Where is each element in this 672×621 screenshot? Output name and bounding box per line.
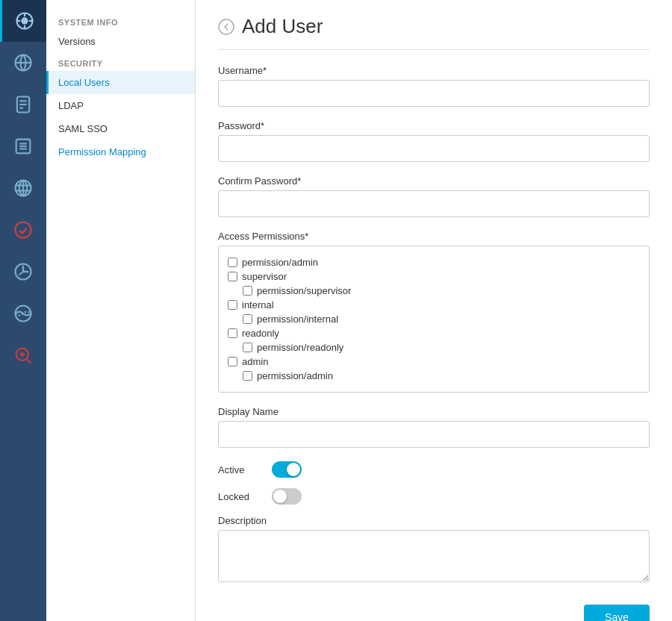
nav-permission-mapping[interactable]: Permission Mapping: [46, 140, 195, 163]
active-toggle[interactable]: [272, 461, 302, 478]
locked-toggle-row: Locked: [218, 488, 650, 505]
perm-row-admin-bot: admin: [228, 355, 640, 369]
sidebar: [0, 0, 46, 621]
username-label: Username*: [218, 65, 650, 76]
username-group: Username*: [218, 65, 650, 107]
page-title: Add User: [242, 15, 323, 38]
perm-label-supervisor-sub: permission/supervisor: [257, 285, 351, 296]
display-name-group: Display Name: [218, 406, 650, 448]
perm-checkbox-readonly-sub[interactable]: [243, 343, 252, 352]
perm-checkbox-admin-bot[interactable]: [228, 357, 237, 366]
perm-row-admin-top: permission/admin: [228, 255, 640, 269]
perm-label-internal-sub: permission/internal: [257, 313, 338, 325]
perm-label-readonly: readonly: [242, 328, 279, 339]
access-permissions-label: Access Permissions*: [218, 231, 650, 242]
username-input[interactable]: [218, 80, 650, 107]
perm-label-admin-bot-sub: permission/admin: [257, 370, 333, 381]
password-input[interactable]: [218, 135, 650, 162]
svg-point-27: [219, 19, 234, 34]
perm-row-internal-sub: permission/internal: [243, 312, 640, 326]
perm-label-internal: internal: [242, 299, 274, 310]
nav-saml-sso[interactable]: SAML SSO: [46, 117, 195, 140]
nav-ldap[interactable]: LDAP: [46, 94, 195, 117]
nav-versions[interactable]: Versions: [46, 30, 195, 53]
perm-row-supervisor: supervisor: [228, 269, 640, 284]
description-label: Description: [218, 515, 650, 526]
sidebar-icon-home[interactable]: [0, 0, 46, 42]
main-content: Add User Username* Password* Confirm Pas…: [196, 0, 672, 621]
perm-label-supervisor: supervisor: [242, 271, 287, 282]
form-actions: Save: [218, 599, 650, 614]
locked-knob: [273, 490, 287, 503]
sidebar-icon-network[interactable]: [0, 167, 46, 209]
active-toggle-row: Active: [218, 461, 650, 478]
system-info-title: SYSTEM INFO: [46, 12, 195, 30]
perm-row-supervisor-sub: permission/supervisor: [243, 284, 640, 298]
sidebar-icon-document[interactable]: [0, 84, 46, 125]
page-header: Add User: [218, 15, 650, 50]
sidebar-icon-circle[interactable]: [0, 209, 46, 251]
svg-point-1: [21, 17, 28, 24]
access-permissions-group: Access Permissions* permission/admin sup…: [218, 231, 650, 393]
description-input[interactable]: [218, 530, 650, 582]
perm-label-admin-top: permission/admin: [242, 257, 318, 268]
save-button[interactable]: Save: [584, 605, 650, 621]
locked-label: Locked: [218, 491, 263, 502]
perm-row-internal: internal: [228, 298, 640, 312]
nav-panel: SYSTEM INFO Versions SECURITY Local User…: [46, 0, 196, 621]
password-label: Password*: [218, 120, 650, 131]
perm-checkbox-internal[interactable]: [228, 300, 237, 310]
svg-line-24: [27, 359, 31, 363]
perm-row-admin-bot-sub: permission/admin: [243, 369, 640, 383]
perm-label-admin-bot: admin: [242, 356, 268, 367]
sidebar-icon-search[interactable]: [0, 334, 46, 376]
confirm-password-input[interactable]: [218, 190, 650, 217]
back-button[interactable]: [218, 19, 234, 35]
sidebar-icon-chart[interactable]: [0, 251, 46, 293]
security-title: SECURITY: [46, 53, 195, 71]
display-name-label: Display Name: [218, 406, 650, 417]
active-slider: [272, 461, 302, 478]
perm-checkbox-supervisor-sub[interactable]: [243, 286, 252, 296]
perm-checkbox-admin-top[interactable]: [228, 258, 237, 267]
perm-checkbox-admin-bot-sub[interactable]: [243, 371, 252, 381]
description-group: Description: [218, 515, 650, 585]
sidebar-icon-globe[interactable]: [0, 42, 46, 84]
perm-checkbox-readonly[interactable]: [228, 328, 237, 338]
locked-slider: [272, 488, 302, 505]
display-name-input[interactable]: [218, 421, 650, 448]
sidebar-icon-list[interactable]: [0, 125, 46, 167]
active-knob: [287, 463, 300, 476]
perm-label-readonly-sub: permission/readonly: [257, 342, 343, 353]
perm-checkbox-supervisor[interactable]: [228, 272, 237, 281]
password-group: Password*: [218, 120, 650, 162]
confirm-password-label: Confirm Password*: [218, 175, 650, 187]
confirm-password-group: Confirm Password*: [218, 175, 650, 217]
nav-local-users[interactable]: Local Users: [46, 71, 195, 94]
sidebar-icon-globe2[interactable]: [0, 293, 46, 334]
active-label: Active: [218, 464, 263, 475]
perm-row-readonly: readonly: [228, 326, 640, 340]
perm-checkbox-internal-sub[interactable]: [243, 314, 252, 324]
locked-toggle[interactable]: [272, 488, 302, 505]
svg-point-20: [16, 222, 31, 238]
perm-row-readonly-sub: permission/readonly: [243, 340, 640, 355]
permissions-box: permission/admin supervisor permission/s…: [218, 246, 650, 393]
